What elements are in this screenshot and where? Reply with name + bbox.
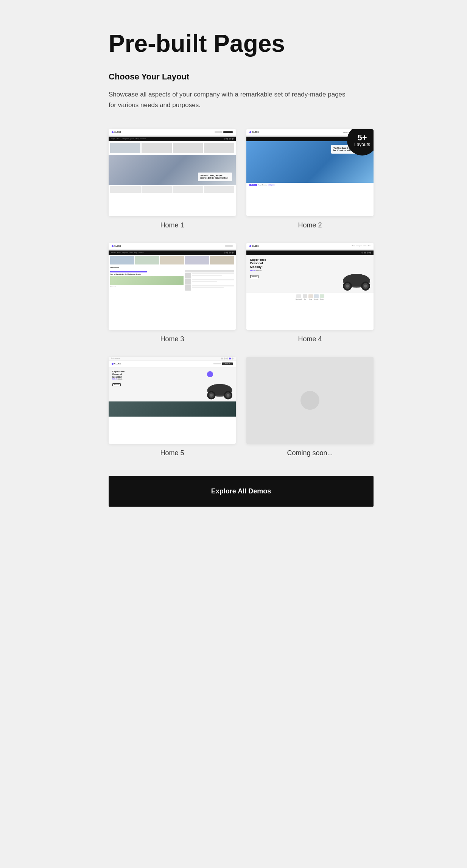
home4-thumb[interactable]: GLOSS about categories news shop — [246, 243, 374, 330]
home3-nav: GLOSS — [109, 243, 236, 250]
page-title: Pre-built Pages — [109, 30, 374, 57]
page-wrapper: Pre-built Pages Choose Your Layout Showc… — [78, 0, 389, 544]
svg-point-15 — [227, 394, 229, 397]
explore-all-demos-button[interactable]: Explore All Demos — [109, 476, 374, 507]
svg-point-4 — [346, 285, 349, 288]
home2-thumb[interactable]: 5+ Layouts GLOSS features about categori — [246, 129, 374, 216]
svg-point-7 — [364, 285, 367, 288]
coming-soon-thumb — [246, 357, 374, 444]
coming-soon-circle — [300, 391, 319, 410]
coming-soon-label: Coming soon... — [287, 449, 333, 457]
home1-nav: GLOSS — [109, 129, 236, 136]
home3-card[interactable]: GLOSS features about categories news sho… — [109, 243, 236, 343]
home5-card[interactable]: Get to know us GLOSS — [109, 357, 236, 457]
badge-number: 5+ — [357, 134, 367, 142]
coming-soon-card: Coming soon... — [246, 357, 374, 457]
home4-label: Home 4 — [298, 335, 322, 343]
home1-thumb[interactable]: GLOSS pages about categories posts sho — [109, 129, 236, 216]
home4-nav: GLOSS about categories news shop — [246, 243, 374, 250]
home3-label: Home 3 — [160, 335, 184, 343]
svg-point-12 — [210, 394, 213, 397]
home5-thumb[interactable]: Get to know us GLOSS — [109, 357, 236, 444]
page-description: Showcase all aspects of your company wit… — [109, 89, 351, 110]
home4-card[interactable]: GLOSS about categories news shop — [246, 243, 374, 343]
page-subtitle: Choose Your Layout — [109, 72, 374, 82]
home3-thumb[interactable]: GLOSS features about categories news sho… — [109, 243, 236, 330]
home5-nav: GLOSS SIGN IN — [109, 361, 236, 367]
home5-label: Home 5 — [160, 449, 184, 457]
home2-card[interactable]: 5+ Layouts GLOSS features about categori — [246, 129, 374, 229]
layouts-grid: GLOSS pages about categories posts sho — [109, 129, 374, 457]
home1-card[interactable]: GLOSS pages about categories posts sho — [109, 129, 236, 229]
badge-label: Layouts — [354, 142, 370, 147]
home1-headline: The Nest Cam IQ may be smarter, but it's… — [200, 174, 230, 179]
home2-label: Home 2 — [298, 221, 322, 229]
home1-label: Home 1 — [160, 221, 184, 229]
